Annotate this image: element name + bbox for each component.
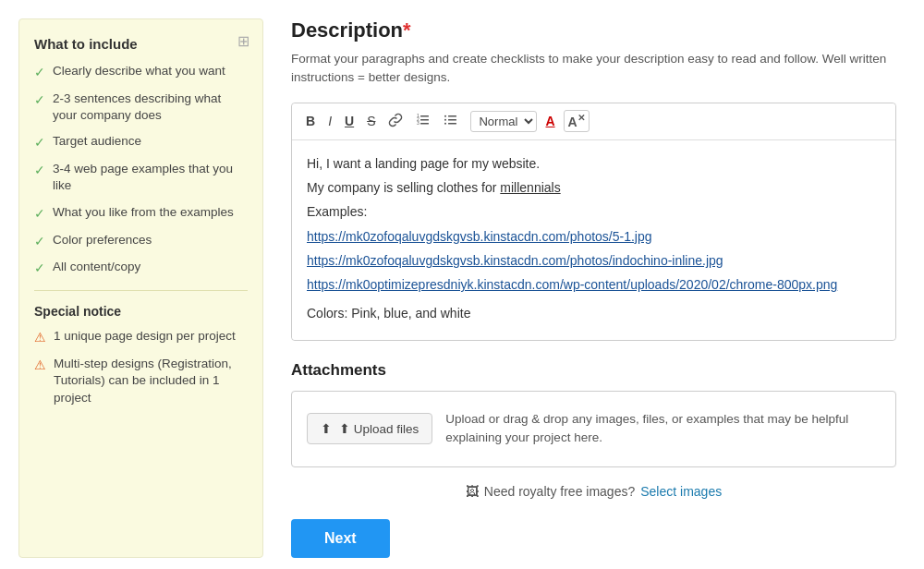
upload-icon: ⬆: [321, 421, 332, 436]
svg-rect-0: [420, 115, 429, 117]
editor-line-2: My company is selling clothes for millen…: [307, 177, 881, 198]
millennials-link[interactable]: millennials: [500, 180, 560, 195]
clear-format-button[interactable]: A✕: [564, 110, 590, 132]
notice-item-1: ⚠ 1 unique page design per project: [34, 328, 248, 346]
example-link-3[interactable]: https://mk0optimizepresdniyk.kinstacdn.c…: [307, 277, 837, 292]
svg-rect-6: [448, 115, 456, 117]
sidebar-item-1: ✓ Clearly describe what you want: [34, 63, 248, 81]
svg-point-11: [444, 122, 446, 124]
sidebar-item-label-3: Target audience: [53, 133, 141, 150]
sidebar-item-label-7: All content/copy: [53, 259, 140, 275]
page-subtitle: Format your paragraphs and create checkl…: [291, 50, 896, 88]
notice-label-2: Multi-step designs (Registration, Tutori…: [54, 356, 248, 406]
check-icon-4: ✓: [34, 162, 45, 179]
check-icon-6: ✓: [34, 233, 45, 250]
svg-rect-2: [420, 123, 429, 125]
sidebar-panel: ⊞ What to include ✓ Clearly describe wha…: [18, 18, 263, 558]
strikethrough-button[interactable]: S: [362, 112, 380, 130]
svg-point-9: [444, 115, 446, 116]
svg-rect-1: [420, 119, 429, 121]
sidebar-item-6: ✓ Color preferences: [34, 232, 248, 250]
warning-icon-2: ⚠: [34, 357, 46, 374]
required-star: *: [403, 18, 411, 42]
sidebar-divider: [34, 290, 248, 291]
upload-instructions: Upload or drag & drop any images, files,…: [445, 410, 881, 448]
sidebar-item-label-5: What you like from the examples: [53, 204, 234, 221]
next-button[interactable]: Next: [291, 519, 390, 558]
editor-line-3: Examples:: [307, 201, 881, 222]
svg-text:3: 3: [417, 120, 419, 126]
unordered-list-button[interactable]: [439, 110, 463, 133]
svg-rect-7: [448, 119, 456, 121]
description-editor[interactable]: B I U S 1 2 3: [291, 103, 896, 342]
sidebar-item-label-2: 2-3 sentences describing what your compa…: [53, 91, 248, 124]
editor-link-3: https://mk0optimizepresdniyk.kinstacdn.c…: [307, 274, 881, 295]
editor-body[interactable]: Hi, I want a landing page for my website…: [292, 140, 895, 341]
attachments-title: Attachments: [291, 361, 896, 380]
page-title: Description*: [291, 18, 896, 42]
check-icon-1: ✓: [34, 64, 45, 81]
grid-icon: ⊞: [237, 32, 249, 50]
check-icon-7: ✓: [34, 260, 45, 277]
bold-button[interactable]: B: [301, 112, 320, 130]
svg-point-10: [444, 118, 446, 120]
notice-label-1: 1 unique page design per project: [54, 328, 236, 345]
royalty-text: Need royalty free images?: [484, 484, 635, 499]
main-content: Description* Format your paragraphs and …: [263, 0, 924, 569]
ordered-list-button[interactable]: 1 2 3: [411, 110, 435, 133]
editor-toolbar: B I U S 1 2 3: [292, 103, 895, 140]
sidebar-item-5: ✓ What you like from the examples: [34, 204, 248, 223]
editor-link-2: https://mk0zofoqaluvgdskgvsb.kinstacdn.c…: [307, 250, 881, 271]
check-icon-5: ✓: [34, 205, 45, 223]
image-icon: 🖼: [466, 484, 479, 499]
notice-item-2: ⚠ Multi-step designs (Registration, Tuto…: [34, 356, 248, 406]
example-link-2[interactable]: https://mk0zofoqaluvgdskgvsb.kinstacdn.c…: [307, 253, 723, 268]
royalty-row: 🖼 Need royalty free images? Select image…: [291, 484, 896, 499]
sidebar-item-label-1: Clearly describe what you want: [53, 63, 225, 79]
special-notice-title: Special notice: [34, 304, 248, 319]
warning-icon-1: ⚠: [34, 329, 46, 346]
sidebar-item-7: ✓ All content/copy: [34, 259, 248, 277]
sidebar-title: What to include: [34, 36, 248, 52]
editor-line-4: Colors: Pink, blue, and white: [307, 303, 881, 323]
select-images-link[interactable]: Select images: [640, 484, 722, 499]
svg-rect-8: [448, 123, 456, 125]
upload-button[interactable]: ⬆ ⬆ Upload files: [307, 413, 432, 444]
upload-area: ⬆ ⬆ Upload files Upload or drag & drop a…: [291, 391, 896, 467]
link-button[interactable]: [383, 110, 407, 133]
sidebar-item-3: ✓ Target audience: [34, 133, 248, 151]
check-icon-3: ✓: [34, 134, 45, 151]
example-link-1[interactable]: https://mk0zofoqaluvgdskgvsb.kinstacdn.c…: [307, 229, 652, 244]
editor-line-1: Hi, I want a landing page for my website…: [307, 153, 881, 174]
underline-button[interactable]: U: [340, 112, 359, 130]
format-select[interactable]: Normal: [470, 111, 537, 132]
sidebar-item-4: ✓ 3-4 web page examples that you like: [34, 161, 248, 194]
sidebar-item-2: ✓ 2-3 sentences describing what your com…: [34, 91, 248, 124]
sidebar-item-label-6: Color preferences: [53, 232, 152, 248]
editor-link-1: https://mk0zofoqaluvgdskgvsb.kinstacdn.c…: [307, 226, 881, 247]
italic-button[interactable]: I: [323, 112, 336, 130]
sidebar-item-label-4: 3-4 web page examples that you like: [53, 161, 248, 194]
font-color-button[interactable]: A: [541, 111, 559, 131]
check-icon-2: ✓: [34, 91, 45, 109]
